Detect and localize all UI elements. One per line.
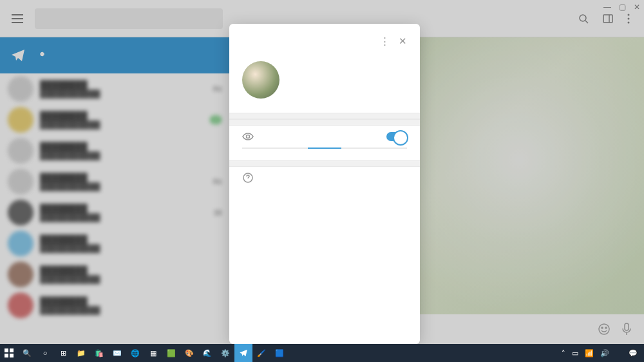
svg-point-9 [247, 135, 250, 138]
app-icon[interactable]: 🟩 [162, 344, 180, 362]
svg-rect-12 [10, 348, 14, 352]
notification-icon[interactable]: 💬 [629, 349, 638, 357]
battery-icon[interactable]: ▭ [572, 349, 578, 357]
svg-rect-13 [5, 354, 8, 357]
app-icon[interactable]: 🖌️ [252, 344, 270, 362]
divider [229, 160, 420, 167]
avatar [242, 61, 279, 99]
svg-rect-11 [5, 348, 8, 352]
faq-row[interactable] [229, 167, 420, 189]
close-icon[interactable]: ✕ [399, 35, 407, 47]
interface-scale-row[interactable] [229, 126, 420, 148]
eye-icon [242, 131, 260, 142]
divider [229, 113, 420, 119]
volume-icon[interactable]: 🔊 [600, 349, 609, 357]
store-icon[interactable]: 🛍️ [90, 344, 108, 362]
help-icon [242, 172, 260, 184]
explorer-icon[interactable]: 📁 [72, 344, 90, 362]
settings-icon[interactable]: ⚙️ [216, 344, 234, 362]
settings-modal: ⋮ ✕ [229, 24, 420, 344]
mail-icon[interactable]: ✉️ [108, 344, 126, 362]
app-icon[interactable]: 🎨 [180, 344, 198, 362]
scale-toggle[interactable] [386, 132, 407, 141]
app-icon[interactable]: ▦ [144, 344, 162, 362]
chrome-icon[interactable]: 🌐 [126, 344, 144, 362]
edge-icon[interactable]: 🌊 [198, 344, 216, 362]
profile-section[interactable] [229, 55, 420, 113]
cortana-button[interactable]: ○ [36, 344, 54, 362]
telegram-taskbar-icon[interactable] [234, 344, 252, 362]
tray-up-icon[interactable]: ˄ [562, 349, 565, 357]
taskview-button[interactable]: ⊞ [54, 344, 72, 362]
divider [229, 119, 420, 126]
taskbar: 🔍 ○ ⊞ 📁 🛍️ ✉️ 🌐 ▦ 🟩 🎨 🌊 ⚙️ 🖌️ 🟦 ˄ ▭ 📶 🔊 … [0, 344, 644, 362]
scale-options[interactable] [229, 148, 420, 160]
svg-rect-14 [10, 354, 14, 357]
kebab-icon[interactable]: ⋮ [380, 35, 390, 47]
start-button[interactable] [0, 344, 18, 362]
app-icon[interactable]: 🟦 [270, 344, 289, 362]
search-button[interactable]: 🔍 [18, 344, 36, 362]
wifi-icon[interactable]: 📶 [585, 349, 594, 357]
